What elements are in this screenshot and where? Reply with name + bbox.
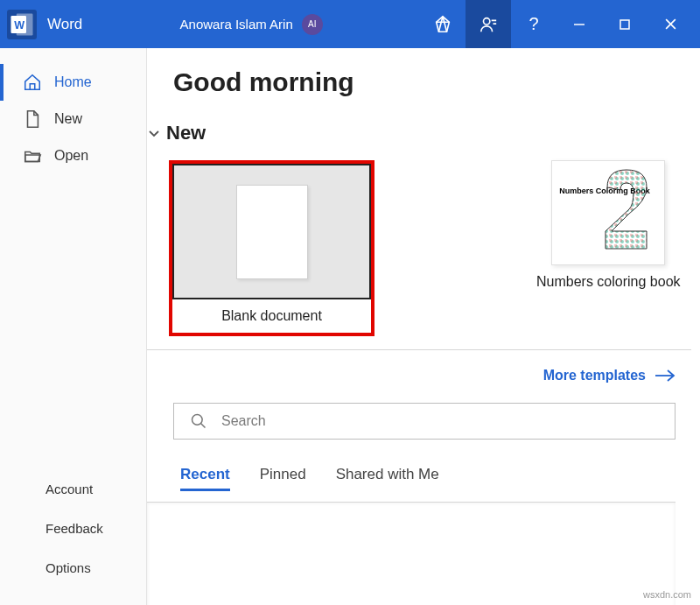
template-thumbnail: Numbers Coloring Book bbox=[551, 160, 665, 265]
section-title: New bbox=[166, 122, 206, 144]
watermark: wsxdn.com bbox=[643, 589, 691, 600]
sidebar-item-feedback[interactable]: Feedback bbox=[0, 509, 146, 548]
sidebar-item-account[interactable]: Account bbox=[0, 469, 146, 509]
sidebar-item-label: Open bbox=[54, 148, 88, 164]
more-templates-label: More templates bbox=[543, 368, 646, 383]
number-2-art-icon bbox=[598, 165, 655, 257]
sidebar: Home New Open Account Feedback Options bbox=[0, 48, 147, 605]
premium-icon[interactable] bbox=[420, 0, 466, 48]
account-username[interactable]: Anowara Islam Arin bbox=[180, 17, 293, 32]
svg-point-11 bbox=[192, 415, 203, 426]
close-button[interactable] bbox=[648, 0, 693, 48]
body: Home New Open Account Feedback Options G… bbox=[0, 48, 700, 605]
greeting: Good morning bbox=[173, 67, 691, 97]
svg-point-3 bbox=[484, 18, 490, 24]
sidebar-item-label: New bbox=[54, 111, 82, 127]
chevron-down-icon bbox=[147, 126, 161, 140]
sidebar-item-open[interactable]: Open bbox=[0, 137, 146, 174]
help-icon[interactable]: ? bbox=[511, 0, 556, 48]
app-name: Word bbox=[47, 16, 82, 33]
recent-tabs: Recent Pinned Shared with Me bbox=[180, 466, 691, 491]
svg-line-12 bbox=[201, 424, 206, 428]
template-thumbnail bbox=[172, 164, 371, 299]
sidebar-item-new[interactable]: New bbox=[0, 101, 146, 137]
main-pane: Good morning New Blank document Numbers … bbox=[147, 48, 700, 605]
avatar-initials: AI bbox=[308, 19, 316, 29]
home-icon bbox=[23, 73, 42, 92]
sidebar-top: Home New Open bbox=[0, 64, 146, 469]
sidebar-item-label: Home bbox=[54, 74, 92, 90]
search-input[interactable] bbox=[221, 413, 659, 429]
document-list[interactable] bbox=[147, 502, 676, 605]
word-logo-icon: W bbox=[7, 10, 37, 39]
sidebar-bottom: Account Feedback Options bbox=[0, 469, 146, 605]
tab-shared[interactable]: Shared with Me bbox=[336, 466, 439, 491]
template-blank-document[interactable]: Blank document bbox=[169, 160, 374, 336]
blank-page-icon bbox=[236, 185, 308, 279]
sidebar-item-options[interactable]: Options bbox=[0, 548, 146, 587]
titlebar: W Word Anowara Islam Arin AI ? bbox=[0, 0, 700, 48]
document-icon bbox=[23, 109, 42, 129]
titlebar-left: W Word bbox=[7, 10, 82, 39]
more-templates-row: More templates bbox=[147, 349, 691, 383]
arrow-right-icon bbox=[654, 369, 676, 383]
search-box[interactable] bbox=[173, 403, 676, 440]
templates-row: Blank document Numbers Coloring Book Num… bbox=[169, 160, 691, 336]
titlebar-right: ? bbox=[420, 0, 693, 48]
new-section-header[interactable]: New bbox=[147, 122, 691, 144]
svg-rect-5 bbox=[620, 20, 629, 29]
folder-open-icon bbox=[23, 146, 42, 165]
avatar[interactable]: AI bbox=[302, 14, 323, 35]
person-icon[interactable] bbox=[466, 0, 511, 48]
sidebar-item-home[interactable]: Home bbox=[0, 64, 146, 101]
titlebar-center: Anowara Islam Arin AI bbox=[82, 14, 420, 35]
more-templates-link[interactable]: More templates bbox=[543, 368, 676, 383]
tab-pinned[interactable]: Pinned bbox=[260, 466, 306, 491]
svg-text:W: W bbox=[14, 19, 24, 32]
tab-recent[interactable]: Recent bbox=[180, 466, 230, 491]
template-numbers-coloring-book[interactable]: Numbers Coloring Book Numbers coloring b… bbox=[536, 160, 681, 336]
minimize-button[interactable] bbox=[556, 0, 602, 48]
maximize-button[interactable] bbox=[602, 0, 648, 48]
template-label: Numbers coloring book bbox=[536, 265, 681, 299]
template-label: Blank document bbox=[221, 299, 322, 333]
search-icon bbox=[190, 412, 207, 430]
